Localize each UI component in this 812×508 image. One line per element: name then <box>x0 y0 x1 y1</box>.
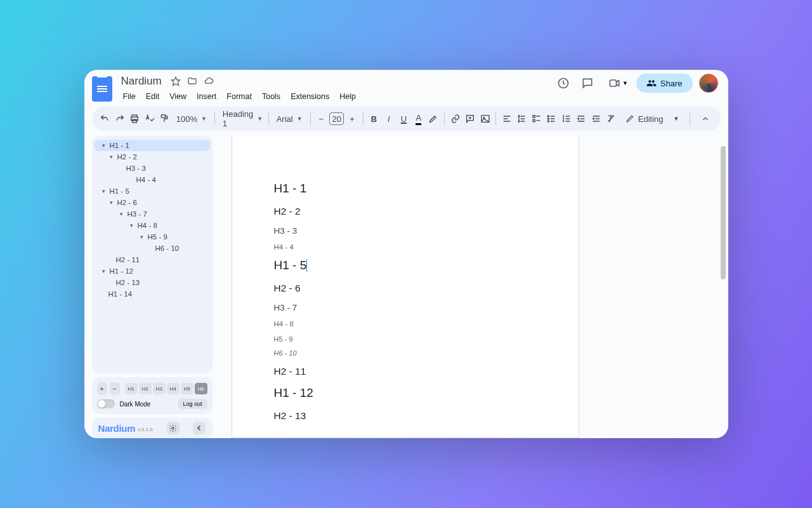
heading-filter-h2[interactable]: H2 <box>139 383 152 394</box>
content-h1[interactable]: H1 - 12 <box>274 386 537 400</box>
outline-label: H4 - 4 <box>136 176 156 184</box>
logout-button[interactable]: Log out <box>178 399 207 409</box>
svg-point-12 <box>548 118 549 119</box>
heading-filter-h5[interactable]: H5 <box>181 383 193 394</box>
insert-image-button[interactable] <box>478 110 492 127</box>
content-h5[interactable]: H5 - 9 <box>274 335 537 343</box>
outline-item[interactable]: H1 - 14 <box>95 288 210 300</box>
share-button[interactable]: Share <box>636 74 693 93</box>
content-h4[interactable]: H4 - 4 <box>274 243 537 251</box>
menu-file[interactable]: File <box>119 90 140 103</box>
editing-mode-button[interactable]: Editing ▼ <box>619 112 683 126</box>
content-h2[interactable]: H2 - 13 <box>274 410 537 422</box>
italic-button[interactable]: I <box>382 110 395 127</box>
account-avatar[interactable] <box>699 74 718 93</box>
menu-view[interactable]: View <box>165 90 191 103</box>
content-h2[interactable]: H2 - 2 <box>274 206 537 217</box>
chevron-down-icon[interactable]: ▾ <box>110 199 115 206</box>
chevron-down-icon[interactable]: ▾ <box>102 188 107 194</box>
outline-item[interactable]: H4 - 4 <box>95 174 210 185</box>
scrollbar[interactable] <box>721 146 726 413</box>
menu-insert[interactable]: Insert <box>192 90 221 103</box>
clear-format-button[interactable] <box>604 110 617 127</box>
increase-indent-button[interactable] <box>589 110 603 127</box>
checklist-button[interactable] <box>530 110 543 127</box>
content-h3[interactable]: H3 - 7 <box>274 303 537 312</box>
heading-filter-h3[interactable]: H3 <box>153 383 166 394</box>
content-h6[interactable]: H6 - 10 <box>274 349 537 357</box>
chevron-down-icon[interactable]: ▾ <box>102 268 107 274</box>
outline-item[interactable]: ▾H2 - 2 <box>95 151 210 163</box>
settings-button[interactable] <box>167 422 180 434</box>
undo-button[interactable] <box>98 110 112 127</box>
font-size-input[interactable]: 20 <box>329 112 344 125</box>
menu-edit[interactable]: Edit <box>141 90 164 103</box>
chevron-down-icon[interactable]: ▾ <box>110 154 115 160</box>
heading-filter-h4[interactable]: H4 <box>167 383 180 394</box>
line-spacing-button[interactable] <box>515 110 528 127</box>
menu-format[interactable]: Format <box>222 90 256 103</box>
history-icon[interactable] <box>554 74 572 92</box>
content-h1[interactable]: H1 - 1 <box>274 182 537 196</box>
zoom-select[interactable]: 100%▼ <box>173 110 211 127</box>
chevron-down-icon[interactable]: ▾ <box>120 211 125 217</box>
bulleted-list-button[interactable] <box>544 110 558 127</box>
outline-item[interactable]: H6 - 10 <box>95 243 210 254</box>
document-title[interactable]: Nardium <box>119 74 164 89</box>
style-select[interactable]: Heading 1▼ <box>219 110 265 127</box>
content-h1[interactable]: H1 - 5 <box>274 258 537 272</box>
content-h2[interactable]: H2 - 6 <box>274 283 537 294</box>
outline-item[interactable]: ▾H1 - 1 <box>95 140 210 151</box>
chevron-down-icon[interactable]: ▾ <box>130 222 135 229</box>
outline-item[interactable]: ▾H1 - 12 <box>95 265 210 277</box>
dark-mode-toggle[interactable] <box>97 399 115 408</box>
decrease-indent-button[interactable] <box>574 110 587 127</box>
spellcheck-button[interactable] <box>143 110 156 127</box>
redo-button[interactable] <box>113 110 126 127</box>
document-page[interactable]: H1 - 1H2 - 2H3 - 3H4 - 4H1 - 5H2 - 6H3 -… <box>232 136 579 438</box>
outline-item[interactable]: ▾H1 - 5 <box>95 185 210 197</box>
scrollbar-thumb[interactable] <box>721 146 726 279</box>
increase-font-button[interactable]: + <box>345 110 358 127</box>
text-color-button[interactable]: A <box>412 110 425 127</box>
underline-button[interactable]: U <box>397 110 410 127</box>
outline-item[interactable]: H2 - 11 <box>95 254 210 265</box>
content-h3[interactable]: H3 - 3 <box>274 226 537 236</box>
insert-link-button[interactable] <box>449 110 462 127</box>
expand-all-button[interactable]: + <box>97 382 107 395</box>
menu-help[interactable]: Help <box>335 90 360 103</box>
chevron-down-icon[interactable]: ▾ <box>102 142 107 149</box>
menu-tools[interactable]: Tools <box>258 90 285 103</box>
cloud-status-icon[interactable] <box>204 76 214 86</box>
chevron-down-icon[interactable]: ▾ <box>140 234 145 240</box>
outline-item[interactable]: ▾H2 - 6 <box>95 197 210 208</box>
docs-logo-icon[interactable] <box>92 76 112 102</box>
meet-button[interactable]: ▼ <box>603 74 630 93</box>
collapse-all-button[interactable]: − <box>110 382 120 395</box>
outline-item[interactable]: ▾H4 - 8 <box>95 220 210 231</box>
highlight-button[interactable] <box>427 110 440 127</box>
outline-item[interactable]: ▾H5 - 9 <box>95 231 210 243</box>
decrease-font-button[interactable]: − <box>314 110 327 127</box>
heading-filter-h1[interactable]: H1 <box>125 383 138 394</box>
outline-item[interactable]: H2 - 13 <box>95 277 210 288</box>
content-h2[interactable]: H2 - 11 <box>274 366 537 377</box>
move-folder-icon[interactable] <box>187 76 197 86</box>
bold-button[interactable]: B <box>367 110 381 127</box>
comments-icon[interactable] <box>579 74 596 92</box>
font-select[interactable]: Arial▼ <box>273 110 306 127</box>
print-button[interactable] <box>128 110 141 127</box>
collapse-toolbar-button[interactable] <box>697 110 714 128</box>
outline-item[interactable]: H3 - 3 <box>95 163 210 174</box>
align-button[interactable] <box>500 110 513 127</box>
collapse-sidebar-button[interactable] <box>193 422 206 434</box>
numbered-list-button[interactable]: 123 <box>560 110 573 127</box>
paint-format-button[interactable] <box>157 110 171 127</box>
star-icon[interactable] <box>171 76 181 86</box>
page-area[interactable]: H1 - 1H2 - 2H3 - 3H4 - 4H1 - 5H2 - 6H3 -… <box>213 136 728 438</box>
outline-item[interactable]: ▾H3 - 7 <box>95 208 210 220</box>
content-h4[interactable]: H4 - 8 <box>274 320 537 328</box>
heading-filter-h6[interactable]: H6 <box>195 383 207 394</box>
add-comment-button[interactable] <box>463 110 476 127</box>
menu-extensions[interactable]: Extensions <box>286 90 334 103</box>
